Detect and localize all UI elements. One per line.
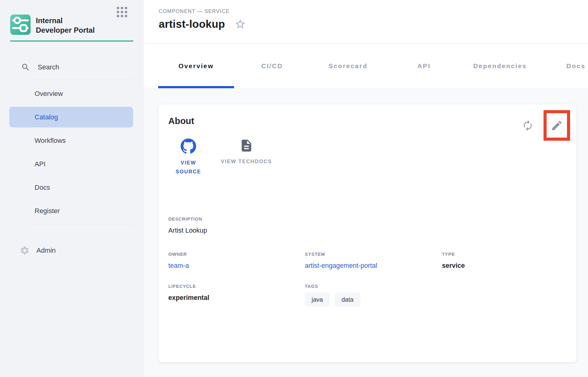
sidebar-item-label: Workflows	[35, 137, 66, 145]
content-area: About VIEW SOURCE VIEW TECHDOCS DESCRIPT…	[144, 89, 588, 377]
app-logo-icon	[10, 14, 31, 35]
document-icon	[239, 139, 254, 153]
github-icon	[181, 139, 196, 154]
sidebar-item-overview[interactable]: Overview	[9, 83, 133, 104]
sidebar-item-catalog[interactable]: Catalog	[9, 107, 133, 127]
card-title: About	[168, 104, 567, 126]
owner-field: OWNER team-a	[168, 252, 305, 270]
active-tab-underline	[158, 86, 234, 89]
lifecycle-field: LIFECYCLE experimental	[168, 284, 305, 307]
main-area: COMPONENT — SERVICE artist-lookup Overvi…	[144, 0, 588, 377]
sidebar-divider	[29, 224, 135, 224]
apps-grid-icon[interactable]	[117, 7, 127, 17]
description-value: Artist Lookup	[168, 227, 567, 234]
type-value: service	[442, 262, 567, 270]
system-link[interactable]: artist-engagement-portal	[305, 262, 377, 269]
sidebar-item-admin[interactable]: Admin	[0, 240, 143, 261]
annotation-highlight-box	[544, 110, 570, 141]
sidebar-divider	[29, 80, 135, 80]
tab-label: API	[418, 62, 431, 70]
view-techdocs-link[interactable]: VIEW TECHDOCS	[220, 139, 273, 176]
tab-overview[interactable]: Overview	[158, 44, 234, 88]
tag-chip[interactable]: java	[305, 292, 330, 307]
sidebar-item-label: Register	[35, 207, 60, 215]
system-label: SYSTEM	[305, 252, 442, 257]
edit-button[interactable]	[551, 119, 563, 132]
lifecycle-value: experimental	[168, 294, 305, 302]
search-icon	[21, 63, 30, 72]
description-label: DESCRIPTION	[168, 217, 567, 222]
owner-link[interactable]: team-a	[168, 262, 189, 269]
refresh-button[interactable]	[522, 120, 534, 131]
sidebar: Internal Developer Portal Search Overvie…	[0, 0, 144, 377]
tags-field: TAGS java data	[305, 284, 567, 307]
refresh-icon	[522, 120, 534, 131]
sidebar-item-label: Overview	[35, 90, 63, 98]
tag-chip[interactable]: data	[335, 292, 360, 307]
sidebar-item-register[interactable]: Register	[9, 201, 133, 221]
tab-label: CI/CD	[261, 62, 283, 70]
type-field: TYPE service	[442, 252, 567, 270]
view-techdocs-label: VIEW TECHDOCS	[221, 157, 272, 166]
tab-label: Scorecard	[329, 62, 368, 70]
sidebar-brand-divider	[10, 40, 133, 42]
sidebar-item-api[interactable]: API	[9, 154, 133, 174]
sidebar-search-label: Search	[38, 63, 59, 71]
tab-ci-cd[interactable]: CI/CD	[234, 44, 310, 88]
sidebar-item-search[interactable]: Search	[0, 57, 143, 77]
tab-docs[interactable]: Docs	[538, 44, 588, 88]
tags-label: TAGS	[305, 284, 567, 289]
entity-tabbar: Overview CI/CD Scorecard API Dependencie…	[144, 44, 588, 89]
view-source-link[interactable]: VIEW SOURCE	[168, 139, 208, 176]
page-title: artist-lookup	[159, 18, 225, 30]
sidebar-logo-row: Internal Developer Portal	[0, 0, 143, 35]
sidebar-item-label: Catalog	[35, 113, 58, 121]
breadcrumb: COMPONENT — SERVICE	[159, 8, 588, 14]
tab-label: Docs	[566, 62, 586, 70]
system-field: SYSTEM artist-engagement-portal	[305, 252, 442, 270]
type-label: TYPE	[442, 252, 567, 257]
sidebar-item-docs[interactable]: Docs	[9, 177, 133, 198]
entity-header: COMPONENT — SERVICE artist-lookup	[144, 0, 588, 44]
pencil-icon	[551, 119, 563, 132]
tab-scorecard[interactable]: Scorecard	[310, 44, 386, 88]
gear-icon	[20, 246, 30, 255]
app-title: Internal Developer Portal	[36, 16, 98, 35]
view-source-label: VIEW SOURCE	[168, 158, 208, 176]
tab-dependencies[interactable]: Dependencies	[462, 44, 538, 88]
owner-label: OWNER	[168, 252, 305, 257]
about-card: About VIEW SOURCE VIEW TECHDOCS DESCRIPT…	[158, 104, 577, 362]
lifecycle-label: LIFECYCLE	[168, 284, 305, 289]
sidebar-admin-label: Admin	[36, 246, 56, 255]
star-outline-icon	[234, 18, 246, 30]
sidebar-item-label: Docs	[35, 184, 50, 192]
tab-label: Overview	[178, 62, 214, 70]
description-field: DESCRIPTION Artist Lookup	[168, 217, 567, 234]
sidebar-item-workflows[interactable]: Workflows	[9, 130, 133, 151]
sidebar-item-label: API	[35, 160, 45, 168]
tab-label: Dependencies	[473, 62, 527, 70]
favorite-star-button[interactable]	[234, 18, 246, 30]
tab-api[interactable]: API	[386, 44, 462, 88]
sidebar-nav: Overview Catalog Workflows API Docs Regi…	[0, 83, 143, 221]
